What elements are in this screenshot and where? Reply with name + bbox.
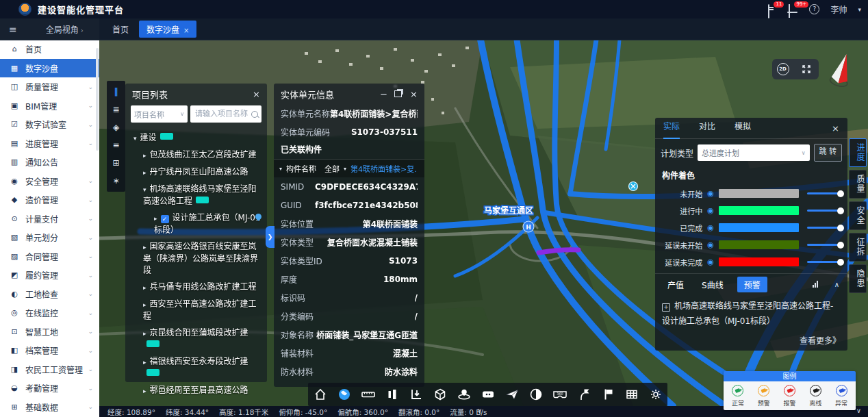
route-flag-button[interactable] [576,386,592,403]
measure-button[interactable] [360,386,376,403]
project-tree-item[interactable]: ▸鄠邑经周至至眉县高速公路 [128,385,263,397]
marker-cross[interactable] [629,182,638,191]
jump-button[interactable]: 跳 转 [814,144,843,162]
panel-tool-button[interactable]: ≣ [107,101,125,118]
download-view-button[interactable] [408,386,424,403]
eye-icon[interactable]: ◉ [707,257,714,266]
sidebar-item[interactable]: ▤ 进度管理 ⌄ [0,134,99,153]
panel-collapse-handle[interactable]: ❯ [266,226,275,248]
interchange-marker[interactable]: H [523,221,534,232]
project-tree-item[interactable]: ▸兵马俑专用线公路改扩建工程 [128,281,263,294]
expand-icon[interactable]: + [662,303,670,312]
help-button[interactable]: ? [809,4,819,14]
sidebar-item[interactable]: ☑ 数字试验室 ⌄ [0,115,99,134]
page-tab[interactable]: 首页 [105,21,136,38]
chevron-down-icon[interactable]: ▾ [279,166,282,172]
layer-tab[interactable]: 征拆 [849,233,867,262]
tree-expand-icon[interactable]: ▸ [143,359,146,366]
project-tree-item[interactable]: ▸国家高速公路银百线安康至岚皋（陕渝界）公路岚皋至陕渝界段 [128,241,263,277]
progress-tab[interactable]: 模拟 [735,117,751,138]
opacity-slider[interactable] [807,227,842,229]
page-tab[interactable]: 数字沙盘× [139,21,196,38]
sidebar-item[interactable]: ◧ 档案管理 ⌄ [0,341,99,360]
status-color-bar[interactable] [719,240,799,249]
sidebar-item[interactable]: ▣ BIM管理 ⌄ [0,97,99,116]
opacity-slider[interactable] [807,192,842,194]
panel-tool-button[interactable]: ⊞ [107,154,125,172]
layer-tab[interactable]: 安全 [849,201,867,230]
roam-box-button[interactable] [480,386,496,403]
status-color-bar[interactable] [719,223,799,232]
current-user[interactable]: 李帅 [830,3,847,15]
filter-all-option[interactable]: 全部 [324,163,340,174]
alert-item[interactable]: +机场高速联络线马家堡至泾阳高速公路工程-设计施工总承包（MJ-01标段） [662,299,841,329]
eye-icon[interactable]: ◉ [707,240,714,249]
tree-checkbox[interactable]: ✓ [161,215,169,223]
tree-expand-icon[interactable]: ▸ [143,152,146,159]
popout-icon[interactable] [394,90,402,97]
project-search-input[interactable] [194,109,251,119]
flag-mark-button[interactable] [600,386,616,403]
sub-tab[interactable]: 产值 [663,277,688,292]
sub-tab[interactable]: 预警 [737,277,767,292]
mode-2d-button[interactable]: 2D [777,63,789,75]
chevron-down-icon[interactable]: ▾ [344,166,346,172]
project-tree-item[interactable]: ▸包茂线曲江至太乙宫段改扩建 [128,149,263,162]
plan-type-select[interactable]: 总进度计划∨ [698,144,809,161]
legend-item[interactable]: 正常 [725,385,751,407]
sidebar-item[interactable]: ▧ 单元划分 ⌄ [0,228,99,247]
eye-icon[interactable]: ◉ [707,189,714,198]
sidebar-item[interactable]: ◉ 安全管理 ⌄ [0,172,99,191]
sidebar-item[interactable]: ◨ 农民工工资管理 ⌄ [0,360,99,379]
sidebar-item[interactable]: ◩ 履约管理 ⌄ [0,266,99,285]
eye-icon[interactable]: ◉ [707,206,714,215]
settings-button[interactable] [648,386,664,403]
project-tree-item[interactable]: ▸京昆线合阳至蒲城段改扩建 [128,327,263,351]
sidebar-item[interactable]: ◒ 考勤管理 ⌄ [0,379,99,398]
sidebar-item[interactable]: ▦ 数字沙盘 [0,59,99,78]
tree-expand-icon[interactable]: ▸ [154,215,157,222]
legend-item[interactable]: 预警 [751,385,777,407]
project-tree-item[interactable]: ▾建设 [128,132,263,144]
project-tree-item[interactable]: ▸西安至兴平高速公路改扩建工程 [128,299,263,323]
panel-tool-button[interactable]: ≡ [107,136,125,154]
toolbar-collapse-icon[interactable]: ∨ [477,407,482,414]
sidebar-item[interactable]: ◎ 在线监控 ⌄ [0,303,99,323]
progress-tab[interactable]: 实际 [663,117,680,139]
project-tree-item[interactable]: ▸丹宁线丹凤至山阳高速公路 [128,166,263,179]
todo-button[interactable]: 11 [768,5,778,14]
sidebar-scrollbar[interactable] [96,48,99,151]
sidebar-item[interactable]: ▥ 通知公告 [0,153,99,172]
sidebar-item[interactable]: ◐ 工地检查 ⌄ [0,285,99,304]
panel-tool-button[interactable]: ‖ [107,83,125,101]
sidebar-item[interactable]: ◆ 造价管理 ⌄ [0,190,99,210]
home-button[interactable] [312,386,329,403]
earth-button[interactable] [336,386,353,403]
project-filter-select[interactable]: 项目名称∨ [131,105,188,123]
legend-item[interactable]: 报警 [777,385,803,407]
project-tree-item[interactable]: ▸福银线西安至永寿段改扩建 [128,356,263,380]
swipe-compare-button[interactable] [384,386,400,403]
close-icon[interactable]: × [832,123,839,134]
filter-selected-value[interactable]: 第4联桥面铺装>复... [350,163,416,174]
statusbar-collapse-icon[interactable]: ∨ [856,407,861,414]
tree-expand-icon[interactable]: ▸ [143,244,146,251]
project-tree-item[interactable]: ▸✓设计施工总承包（MJ-01标段） [128,212,263,236]
menu-collapse-icon[interactable]: ≡ [9,24,17,35]
collapse-up-icon[interactable]: ∧ [834,281,839,288]
tree-expand-icon[interactable]: ▸ [143,301,146,308]
opacity-slider[interactable] [807,244,842,246]
model-cube-button[interactable] [432,386,448,403]
orbit-pin-button[interactable] [456,386,472,403]
minimize-icon[interactable]: − [380,89,387,99]
progress-tab[interactable]: 对比 [699,117,715,138]
contrast-button[interactable] [528,386,544,403]
tree-expand-icon[interactable]: ▾ [143,186,146,193]
fullscreen-button[interactable] [798,61,815,77]
eye-icon[interactable]: ◉ [707,223,714,232]
opacity-slider[interactable] [807,261,842,263]
user-menu-caret-icon[interactable]: ▾ [858,6,861,13]
close-icon[interactable]: × [410,89,418,99]
tree-expand-icon[interactable]: ▸ [143,330,146,337]
notification-button[interactable]: 99+ [789,5,798,14]
